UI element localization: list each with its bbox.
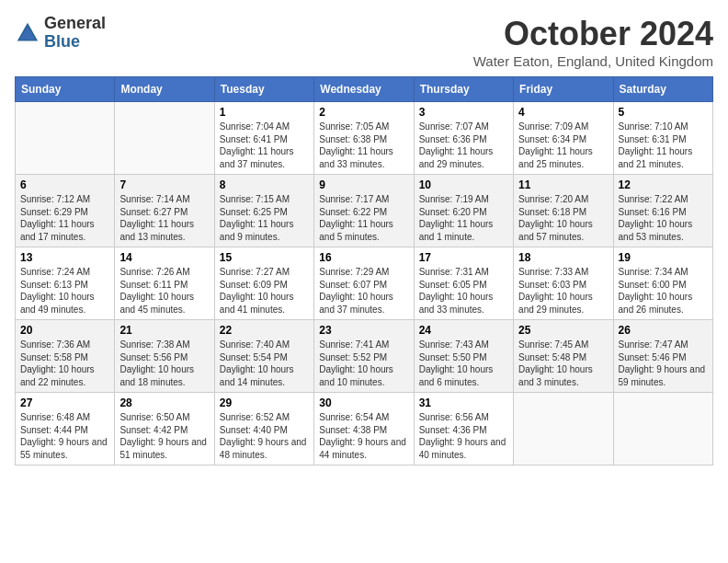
day-number: 23	[319, 324, 408, 337]
logo-text: General Blue	[44, 15, 106, 52]
day-info: Sunrise: 7:22 AMSunset: 6:16 PMDaylight:…	[619, 193, 708, 243]
calendar-header-monday: Monday	[115, 77, 214, 102]
day-number: 10	[419, 178, 508, 191]
day-number: 7	[119, 178, 209, 191]
calendar-day-cell: 23Sunrise: 7:41 AMSunset: 5:52 PMDayligh…	[314, 320, 414, 393]
day-info: Sunrise: 7:45 AMSunset: 5:48 PMDaylight:…	[518, 339, 608, 388]
calendar-day-cell: 12Sunrise: 7:22 AMSunset: 6:16 PMDayligh…	[613, 175, 712, 247]
day-number: 12	[619, 178, 708, 191]
calendar-header-tuesday: Tuesday	[214, 77, 313, 102]
calendar-day-cell: 27Sunrise: 6:48 AMSunset: 4:44 PMDayligh…	[16, 393, 115, 465]
calendar-day-cell: 21Sunrise: 7:38 AMSunset: 5:56 PMDayligh…	[115, 320, 214, 393]
calendar-header-saturday: Saturday	[613, 77, 712, 102]
day-number: 4	[518, 106, 608, 119]
calendar-day-cell: 2Sunrise: 7:05 AMSunset: 6:38 PMDaylight…	[314, 102, 414, 175]
day-number: 25	[518, 324, 608, 337]
day-number: 18	[518, 251, 608, 264]
day-info: Sunrise: 7:07 AMSunset: 6:36 PMDaylight:…	[419, 121, 508, 170]
calendar-header-wednesday: Wednesday	[314, 77, 414, 102]
location-subtitle: Water Eaton, England, United Kingdom	[473, 53, 713, 69]
day-number: 21	[119, 324, 209, 337]
day-info: Sunrise: 7:17 AMSunset: 6:22 PMDaylight:…	[319, 193, 408, 243]
calendar-day-cell: 20Sunrise: 7:36 AMSunset: 5:58 PMDayligh…	[16, 320, 115, 393]
calendar-day-cell: 4Sunrise: 7:09 AMSunset: 6:34 PMDaylight…	[514, 102, 613, 175]
calendar-day-cell: 5Sunrise: 7:10 AMSunset: 6:31 PMDaylight…	[613, 102, 712, 175]
day-info: Sunrise: 7:31 AMSunset: 6:05 PMDaylight:…	[419, 266, 508, 316]
day-number: 28	[119, 396, 209, 409]
calendar-week-row: 27Sunrise: 6:48 AMSunset: 4:44 PMDayligh…	[16, 393, 713, 465]
day-info: Sunrise: 7:36 AMSunset: 5:58 PMDaylight:…	[20, 339, 109, 388]
calendar-week-row: 6Sunrise: 7:12 AMSunset: 6:29 PMDaylight…	[16, 175, 713, 247]
calendar-day-cell: 6Sunrise: 7:12 AMSunset: 6:29 PMDaylight…	[16, 175, 115, 247]
day-number: 9	[319, 178, 408, 191]
calendar-day-cell: 31Sunrise: 6:56 AMSunset: 4:36 PMDayligh…	[414, 393, 513, 465]
day-number: 8	[220, 178, 309, 191]
calendar-day-cell	[16, 102, 115, 175]
logo-icon	[15, 20, 40, 46]
logo-general: General	[44, 15, 106, 33]
calendar-day-cell: 30Sunrise: 6:54 AMSunset: 4:38 PMDayligh…	[314, 393, 414, 465]
calendar-header-sunday: Sunday	[16, 77, 115, 102]
day-number: 3	[419, 106, 508, 119]
day-info: Sunrise: 7:12 AMSunset: 6:29 PMDaylight:…	[20, 193, 109, 243]
day-info: Sunrise: 6:52 AMSunset: 4:40 PMDaylight:…	[220, 411, 309, 461]
day-number: 1	[220, 106, 309, 119]
day-number: 27	[20, 396, 109, 409]
day-number: 14	[119, 251, 209, 264]
day-info: Sunrise: 7:20 AMSunset: 6:18 PMDaylight:…	[518, 193, 608, 243]
day-number: 22	[220, 324, 309, 337]
day-info: Sunrise: 7:33 AMSunset: 6:03 PMDaylight:…	[518, 266, 608, 316]
calendar-day-cell: 10Sunrise: 7:19 AMSunset: 6:20 PMDayligh…	[414, 175, 513, 247]
title-section: October 2024 Water Eaton, England, Unite…	[473, 15, 713, 69]
calendar-day-cell	[115, 102, 214, 175]
month-title: October 2024	[473, 15, 713, 53]
page-header: General Blue October 2024 Water Eaton, E…	[15, 15, 713, 69]
logo: General Blue	[15, 15, 106, 52]
calendar-day-cell: 7Sunrise: 7:14 AMSunset: 6:27 PMDaylight…	[115, 175, 214, 247]
day-number: 30	[319, 396, 408, 409]
calendar-week-row: 1Sunrise: 7:04 AMSunset: 6:41 PMDaylight…	[16, 102, 713, 175]
calendar-day-cell: 15Sunrise: 7:27 AMSunset: 6:09 PMDayligh…	[214, 247, 313, 320]
calendar-day-cell: 3Sunrise: 7:07 AMSunset: 6:36 PMDaylight…	[414, 102, 513, 175]
calendar-day-cell: 14Sunrise: 7:26 AMSunset: 6:11 PMDayligh…	[115, 247, 214, 320]
day-number: 31	[419, 396, 508, 409]
calendar-week-row: 20Sunrise: 7:36 AMSunset: 5:58 PMDayligh…	[16, 320, 713, 393]
calendar-table: SundayMondayTuesdayWednesdayThursdayFrid…	[15, 76, 713, 465]
day-info: Sunrise: 6:54 AMSunset: 4:38 PMDaylight:…	[319, 411, 408, 461]
calendar-day-cell: 18Sunrise: 7:33 AMSunset: 6:03 PMDayligh…	[514, 247, 613, 320]
day-info: Sunrise: 7:43 AMSunset: 5:50 PMDaylight:…	[419, 339, 508, 388]
day-number: 29	[220, 396, 309, 409]
calendar-day-cell: 25Sunrise: 7:45 AMSunset: 5:48 PMDayligh…	[514, 320, 613, 393]
day-info: Sunrise: 6:50 AMSunset: 4:42 PMDaylight:…	[119, 411, 209, 461]
day-info: Sunrise: 7:47 AMSunset: 5:46 PMDaylight:…	[619, 339, 708, 388]
calendar-header-row: SundayMondayTuesdayWednesdayThursdayFrid…	[16, 77, 713, 102]
day-info: Sunrise: 6:56 AMSunset: 4:36 PMDaylight:…	[419, 411, 508, 461]
calendar-week-row: 13Sunrise: 7:24 AMSunset: 6:13 PMDayligh…	[16, 247, 713, 320]
day-number: 26	[619, 324, 708, 337]
day-number: 13	[20, 251, 109, 264]
day-info: Sunrise: 7:05 AMSunset: 6:38 PMDaylight:…	[319, 121, 408, 170]
day-number: 17	[419, 251, 508, 264]
day-info: Sunrise: 7:26 AMSunset: 6:11 PMDaylight:…	[119, 266, 209, 316]
calendar-day-cell	[613, 393, 712, 465]
day-info: Sunrise: 7:19 AMSunset: 6:20 PMDaylight:…	[419, 193, 508, 243]
day-info: Sunrise: 7:24 AMSunset: 6:13 PMDaylight:…	[20, 266, 109, 316]
day-info: Sunrise: 7:10 AMSunset: 6:31 PMDaylight:…	[619, 121, 708, 170]
day-number: 16	[319, 251, 408, 264]
calendar-day-cell: 1Sunrise: 7:04 AMSunset: 6:41 PMDaylight…	[214, 102, 313, 175]
calendar-day-cell: 28Sunrise: 6:50 AMSunset: 4:42 PMDayligh…	[115, 393, 214, 465]
calendar-day-cell: 8Sunrise: 7:15 AMSunset: 6:25 PMDaylight…	[214, 175, 313, 247]
calendar-day-cell: 16Sunrise: 7:29 AMSunset: 6:07 PMDayligh…	[314, 247, 414, 320]
day-number: 20	[20, 324, 109, 337]
calendar-header-friday: Friday	[514, 77, 613, 102]
calendar-header-thursday: Thursday	[414, 77, 513, 102]
day-info: Sunrise: 7:38 AMSunset: 5:56 PMDaylight:…	[119, 339, 209, 388]
day-number: 5	[619, 106, 708, 119]
calendar-day-cell: 13Sunrise: 7:24 AMSunset: 6:13 PMDayligh…	[16, 247, 115, 320]
calendar-day-cell: 9Sunrise: 7:17 AMSunset: 6:22 PMDaylight…	[314, 175, 414, 247]
day-info: Sunrise: 6:48 AMSunset: 4:44 PMDaylight:…	[20, 411, 109, 461]
day-number: 19	[619, 251, 708, 264]
day-number: 6	[20, 178, 109, 191]
calendar-day-cell: 19Sunrise: 7:34 AMSunset: 6:00 PMDayligh…	[613, 247, 712, 320]
day-number: 15	[220, 251, 309, 264]
